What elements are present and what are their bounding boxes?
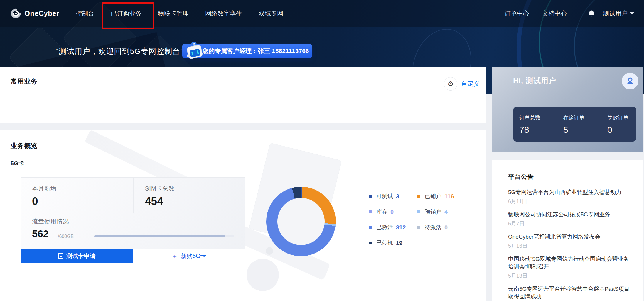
overview-title: 业务概览 [11,142,38,150]
announcement-item[interactable]: OneCyber亮相湖北省算力网络发布会 5月16日 [508,233,634,249]
monthly-new-value: 0 [32,195,38,208]
legend-label: 预销户 [425,208,441,216]
notification-bell-icon[interactable] [588,10,595,17]
sim-status-donut [266,187,336,256]
person-icon [625,76,635,86]
sim-total-label: SIM卡总数 [145,185,175,193]
legend-value: 312 [396,224,406,231]
legend-item-pending-activation: 待激活 0 [417,224,454,231]
announcements-list: 5G专网运营平台为山西矿业转型注入智慧动力 6月11日 物联网公司协同江苏公司拓… [508,188,634,301]
user-name: 测试用户 [603,9,628,18]
chevron-down-icon [630,12,634,15]
order-total: 订单总数 78 [519,114,540,142]
legend-swatch [369,210,372,213]
order-in-transit-value: 5 [563,125,584,135]
legend-swatch [417,195,420,198]
usage-label: 流量使用情况 [32,217,69,225]
user-greeting: Hi, 测试用户 [513,76,556,86]
customize-button[interactable]: ⚙ 自定义 [444,77,480,91]
buy-5g-card-button[interactable]: ＋ 新购5G卡 [133,249,245,263]
legend-value: 19 [396,240,402,246]
announcement-date: 6月11日 [508,198,634,205]
announcement-date: 6月7日 [508,220,634,227]
legend-item-cancelled: 已销户 116 [417,193,454,200]
legend-label: 已停机 [376,239,393,247]
announcement-title[interactable]: 物联网公司协同江苏公司拓展5G专网业务 [508,211,634,218]
announcement-title[interactable]: 5G专网运营平台为山西矿业转型注入智慧动力 [508,188,634,196]
legend-label: 已激活 [376,224,393,231]
nav-right: 订单中心 文档中心 测试用户 [505,9,634,18]
nav-divider [580,10,580,17]
nav-item-doc-center[interactable]: 文档中心 [542,9,567,18]
nav-menu: 控制台 已订购业务 物联卡管理 网络数字孪生 双域专网 [76,9,283,18]
legend-swatch [417,226,420,229]
order-in-transit: 在途订单 5 [563,114,584,142]
sim-actions: 测试卡申请 ＋ 新购5G卡 [21,249,245,263]
common-services-card: 常用业务 ⚙ 自定义 [0,67,486,123]
nav-item-iot-card[interactable]: 物联卡管理 [158,9,189,18]
legend-item-pre-cancelled: 预销户 4 [417,209,454,215]
decor-device-circle [247,259,279,291]
usage-progress-track [94,235,234,237]
onecyber-logo-icon [10,7,22,20]
robot-mascot-icon: G [183,40,206,62]
nav-item-subscribed-services[interactable]: 已订购业务 [111,9,141,18]
legend-label: 库存 [376,208,387,216]
announcement-item[interactable]: 云南5G专网运营平台迁移智慧中台磐基PaaS项目取得圆满成功 4月24日 [508,285,634,301]
legend-value: 3 [396,193,399,200]
announcement-item[interactable]: 5G专网运营平台为山西矿业转型注入智慧动力 6月11日 [508,188,634,205]
announcement-title[interactable]: 中国移动“5G双域专网筑力行动全国启动会暨业务培训会”顺利召开 [508,255,634,271]
legend-item-activated: 已激活 312 [369,224,406,231]
order-total-label: 订单总数 [519,114,540,121]
legend-swatch [369,195,372,198]
legend-item-stock: 库存 0 [369,209,406,215]
legend-swatch [369,242,372,244]
announcement-date: 5月13日 [508,272,634,279]
account-manager-text: 您的专属客户经理：张三 15821113766 [203,47,309,55]
brand-name: OneCyber [24,9,59,18]
nav-item-console[interactable]: 控制台 [76,9,94,18]
order-stats-card: 订单总数 78 在途订单 5 失败订单 0 [513,107,636,142]
avatar[interactable] [622,73,638,89]
nav-item-order-center[interactable]: 订单中心 [505,9,529,18]
announcement-item[interactable]: 中国移动“5G双域专网筑力行动全国启动会暨业务培训会”顺利召开 5月13日 [508,255,634,279]
welcome-message: “测试用户，欢迎回到5G专网控制台” [56,46,183,57]
announcement-title[interactable]: OneCyber亮相湖北省算力网络发布会 [508,233,634,241]
test-card-apply-button[interactable]: 测试卡申请 [21,249,133,263]
announcement-date: 5月16日 [508,242,634,249]
announcement-item[interactable]: 物联网公司协同江苏公司拓展5G专网业务 6月7日 [508,211,634,227]
donut-hole [277,198,325,245]
user-menu[interactable]: 测试用户 [603,9,634,18]
sim-total-value: 454 [145,195,163,208]
account-manager-banner[interactable]: G 您的专属客户经理：张三 15821113766 [182,44,312,58]
legend-label: 已销户 [425,193,441,200]
brand-logo[interactable]: OneCyber [10,7,59,20]
gear-icon: ⚙ [448,81,454,87]
stat-divider-horizontal [21,213,245,213]
sim-stat-card: 本月新增 0 SIM卡总数 454 流量使用情况 562 /600GB 测试卡申… [21,177,245,263]
overview-subtitle-5g-card: 5G卡 [11,160,24,167]
stat-divider-vertical [133,178,134,213]
plus-icon: ＋ [171,253,178,259]
order-total-value: 78 [519,125,540,135]
nav-item-dual-domain[interactable]: 双域专网 [259,9,283,18]
legend-label: 可测试 [376,193,393,200]
legend-value: 4 [444,209,448,215]
legend-value: 116 [444,193,454,200]
announcement-title[interactable]: 云南5G专网运营平台迁移智慧中台磐基PaaS项目取得圆满成功 [508,285,634,300]
order-failed: 失败订单 0 [607,114,628,142]
donut-legend-col1: 可测试 3 库存 0 已激活 312 已停机 19 [369,193,406,255]
usage-total: /600GB [58,234,74,239]
business-overview-card: 业务概览 5G卡 本月新增 0 SIM卡总数 454 流量使用情况 562 /6… [0,130,486,301]
user-panel: Hi, 测试用户 订单总数 78 在途订单 5 失败订单 0 [492,67,643,152]
usage-value: 562 [32,228,49,239]
nav-item-digital-twin[interactable]: 网络数字孪生 [205,9,242,18]
document-icon [58,253,63,259]
order-in-transit-label: 在途订单 [563,114,584,121]
legend-value: 0 [444,224,448,231]
legend-swatch [369,226,372,229]
usage-progress-fill [94,235,225,237]
common-services-title: 常用业务 [11,77,38,86]
gear-icon-circle[interactable]: ⚙ [444,77,457,91]
decor-device-dot [266,247,273,255]
